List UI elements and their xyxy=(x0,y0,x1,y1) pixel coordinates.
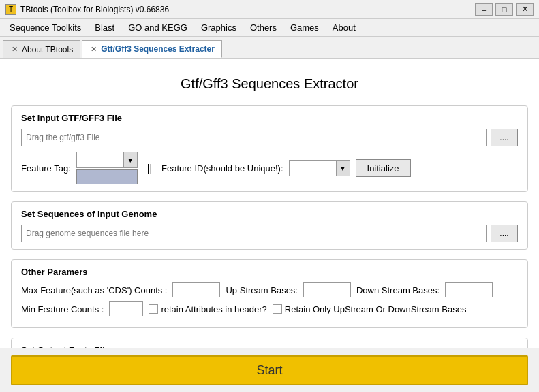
main-content: Gtf/Gff3 Sequences Extractor Set Input G… xyxy=(0,59,539,348)
start-button[interactable]: Start xyxy=(11,355,528,385)
menu-games[interactable]: Games xyxy=(283,21,326,34)
feature-tag-dropdown-area[interactable] xyxy=(77,152,123,167)
tab-about-label: About TBtools xyxy=(22,45,73,54)
max-feature-input[interactable] xyxy=(172,282,220,297)
tab-about-tbtools[interactable]: ✕ About TBtools xyxy=(3,40,80,58)
retain-attr-text: retain Attributes in header? xyxy=(161,304,266,314)
output-section: Set Output Fasta File .... xyxy=(11,338,528,348)
menu-go-kegg[interactable]: GO and KEGG xyxy=(121,21,194,34)
feature-id-dropdown-area[interactable] xyxy=(290,161,336,176)
retain-only-text: Retain Only UpStream Or DownStream Bases xyxy=(285,304,467,314)
feature-id-dropdown-arrow[interactable]: ▼ xyxy=(336,161,350,176)
menu-about[interactable]: About xyxy=(326,21,363,34)
feature-tag-dropdown[interactable]: ▼ xyxy=(76,152,138,168)
genome-file-input[interactable] xyxy=(21,225,487,242)
menu-others[interactable]: Others xyxy=(243,21,283,34)
feature-tag-label: Feature Tag: xyxy=(21,163,71,174)
retain-attr-checkbox[interactable] xyxy=(149,304,158,314)
pipe-separator: || xyxy=(143,163,156,174)
feature-tag-dropdown-highlight xyxy=(76,169,138,184)
retain-only-checkbox-label[interactable]: Retain Only UpStream Or DownStream Bases xyxy=(273,304,467,314)
close-button[interactable]: ✕ xyxy=(516,3,534,16)
tab-gtf-label: Gtf/Gff3 Sequences Extracter xyxy=(101,44,215,54)
genome-section: Set Sequences of Input Genome .... xyxy=(11,201,528,250)
input-gtf-label: Set Input GTF/GFF3 File xyxy=(21,113,518,123)
retain-attr-checkbox-label[interactable]: retain Attributes in header? xyxy=(149,304,266,314)
menu-sequence-toolkits[interactable]: Sequence Toolkits xyxy=(3,21,88,34)
menu-blast[interactable]: Blast xyxy=(88,21,121,34)
start-btn-container: Start xyxy=(0,348,539,392)
gtf-file-input[interactable] xyxy=(21,129,487,146)
other-params-title: Other Paramers xyxy=(21,267,518,277)
menu-graphics[interactable]: Graphics xyxy=(194,21,243,34)
other-params-section: Other Paramers Max Feature(such as 'CDS'… xyxy=(11,259,528,328)
app-icon: T xyxy=(5,4,16,15)
page-title: Gtf/Gff3 Sequences Extractor xyxy=(11,76,528,92)
tab-about-close-icon[interactable]: ✕ xyxy=(10,45,19,54)
upstream-input[interactable] xyxy=(303,282,351,297)
feature-id-label: Feature ID(should be Unique!): xyxy=(161,163,283,174)
feature-id-dropdown[interactable]: ▼ xyxy=(289,160,350,176)
tab-gtf-gff3[interactable]: ✕ Gtf/Gff3 Sequences Extracter xyxy=(82,40,222,58)
min-feature-input[interactable] xyxy=(109,301,143,316)
window-title: TBtools (Toolbox for Biologists) v0.6683… xyxy=(20,5,169,14)
upstream-label: Up Stream Bases: xyxy=(226,285,298,295)
min-feature-label: Min Feature Counts : xyxy=(21,304,104,314)
input-gtf-section: Set Input GTF/GFF3 File .... Feature Tag… xyxy=(11,105,528,192)
max-feature-label: Max Feature(such as 'CDS') Counts : xyxy=(21,285,167,295)
window-controls: – □ ✕ xyxy=(475,3,534,16)
menu-bar: Sequence Toolkits Blast GO and KEGG Grap… xyxy=(0,19,539,37)
initialize-button[interactable]: Initialize xyxy=(356,159,411,177)
minimize-button[interactable]: – xyxy=(475,3,493,16)
downstream-input[interactable] xyxy=(445,282,493,297)
gtf-browse-button[interactable]: .... xyxy=(491,129,518,146)
tab-gtf-close-icon[interactable]: ✕ xyxy=(89,45,98,54)
genome-label: Set Sequences of Input Genome xyxy=(21,209,518,219)
retain-only-checkbox[interactable] xyxy=(273,304,282,314)
genome-browse-button[interactable]: .... xyxy=(491,225,518,242)
downstream-label: Down Stream Bases: xyxy=(356,285,440,295)
feature-tag-dropdown-arrow[interactable]: ▼ xyxy=(123,152,137,167)
maximize-button[interactable]: □ xyxy=(495,3,513,16)
tab-bar: ✕ About TBtools ✕ Gtf/Gff3 Sequences Ext… xyxy=(0,37,539,59)
title-bar: T TBtools (Toolbox for Biologists) v0.66… xyxy=(0,0,539,19)
